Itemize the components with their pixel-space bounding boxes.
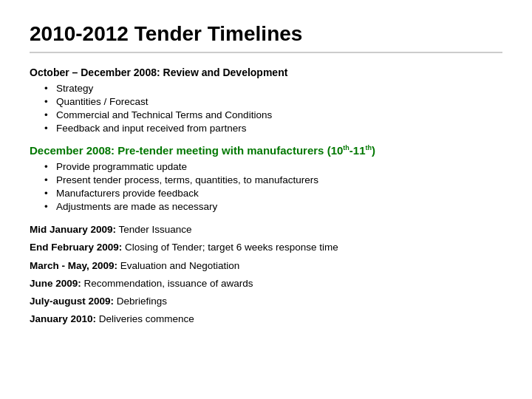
timeline-section: Mid January 2009: Tender Issuance End Fe… — [30, 222, 502, 327]
list-item: Feedback and input received from partner… — [44, 123, 502, 134]
section1-bullets: Strategy Quantities / Forecast Commercia… — [30, 83, 502, 134]
section1: October – December 2008: Review and Deve… — [30, 66, 502, 134]
list-item: Strategy — [44, 83, 502, 94]
slide-container: 2010-2012 Tender Timelines October – Dec… — [0, 0, 532, 399]
section2-heading: December 2008: Pre-tender meeting with m… — [30, 144, 502, 157]
list-item: Manufacturers provide feedback — [44, 188, 502, 199]
timeline-line-2: End February 2009: Closing of Tender; ta… — [30, 240, 502, 255]
list-item: Quantities / Forecast — [44, 96, 502, 107]
list-item: Commercial and Technical Terms and Condi… — [44, 109, 502, 120]
timeline-line-6: January 2010: Deliveries commence — [30, 312, 502, 327]
list-item: Present tender process, terms, quantitie… — [44, 174, 502, 185]
timeline-line-1: Mid January 2009: Tender Issuance — [30, 222, 502, 237]
timeline-line-3: March - May, 2009: Evaluation and Negoti… — [30, 259, 502, 273]
section2: December 2008: Pre-tender meeting with m… — [30, 144, 502, 212]
section2-bullets: Provide programmatic update Present tend… — [30, 161, 502, 212]
timeline-line-5: July-august 2009: Debriefings — [30, 294, 502, 309]
list-item: Provide programmatic update — [44, 161, 502, 172]
section1-heading: October – December 2008: Review and Deve… — [30, 66, 502, 78]
slide-title: 2010-2012 Tender Timelines — [30, 22, 502, 53]
list-item: Adjustments are made as necessary — [44, 201, 502, 212]
timeline-line-4: June 2009: Recommendation, issuance of a… — [30, 276, 502, 291]
